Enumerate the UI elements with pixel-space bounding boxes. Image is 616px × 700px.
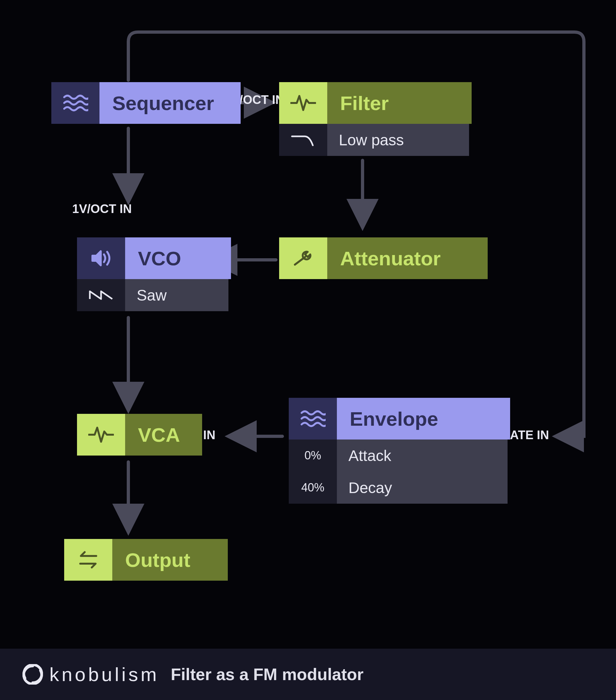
module-label: VCA bbox=[125, 414, 202, 455]
brand-name: knobulism bbox=[49, 663, 159, 686]
lowpass-icon bbox=[279, 124, 327, 156]
module-envelope: Envelope 0% Attack 40% Decay bbox=[289, 398, 510, 504]
param-value: 40% bbox=[289, 472, 337, 504]
pulse-icon bbox=[279, 82, 327, 124]
pulse-icon bbox=[77, 414, 125, 455]
module-attenuator: Attenuator bbox=[279, 237, 488, 279]
param-value: 0% bbox=[289, 439, 337, 472]
module-filter: Filter Low pass bbox=[279, 82, 472, 156]
diagram-canvas: 1V/OCT IN 1V/OCT IN CV IN GATE IN Sequen… bbox=[0, 0, 616, 700]
module-sub-label: Saw bbox=[125, 279, 228, 311]
module-output: Output bbox=[64, 539, 228, 581]
module-label: Envelope bbox=[337, 398, 510, 439]
module-label: VCO bbox=[125, 237, 231, 279]
edge-label-seq-vco: 1V/OCT IN bbox=[72, 202, 132, 216]
waves-icon bbox=[289, 398, 337, 439]
param-name: Decay bbox=[337, 472, 507, 504]
param-name: Attack bbox=[337, 439, 507, 472]
saw-icon bbox=[77, 279, 125, 311]
brand-logo-icon bbox=[23, 664, 43, 685]
module-vco: VCO Saw bbox=[77, 237, 231, 311]
module-sub-label: Low pass bbox=[327, 124, 469, 156]
module-label: Output bbox=[112, 539, 228, 581]
module-sequencer: Sequencer bbox=[51, 82, 241, 124]
swap-icon bbox=[64, 539, 112, 581]
footer-bar: knobulism Filter as a FM modulator bbox=[0, 649, 616, 700]
wrench-icon bbox=[279, 237, 327, 279]
module-label: Sequencer bbox=[99, 82, 241, 124]
footer-caption: Filter as a FM modulator bbox=[171, 665, 364, 684]
module-label: Attenuator bbox=[327, 237, 488, 279]
speaker-icon bbox=[77, 237, 125, 279]
brand: knobulism bbox=[23, 663, 159, 686]
module-vca: VCA bbox=[77, 414, 202, 455]
waves-icon bbox=[51, 82, 99, 124]
module-label: Filter bbox=[327, 82, 472, 124]
